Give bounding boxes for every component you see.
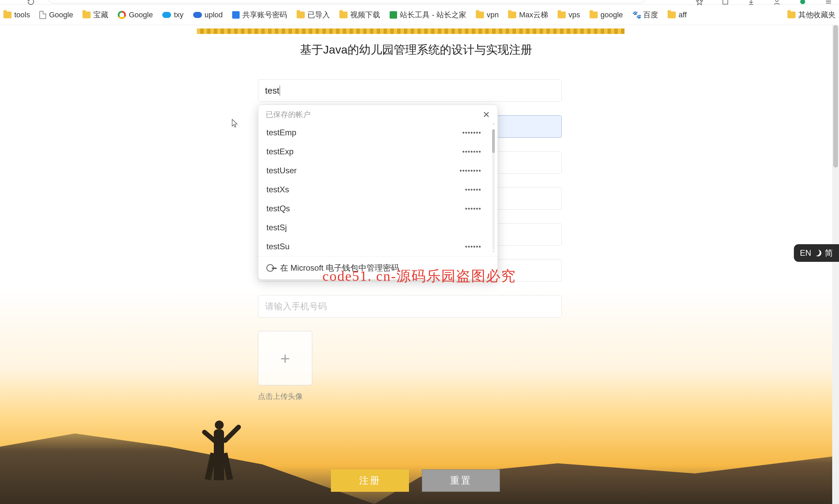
close-icon[interactable]: ✕ [483,110,490,119]
avatar-upload-hint: 点击上传头像 [258,391,562,401]
key-icon [232,11,240,19]
form-buttons: 注册 重置 [331,469,500,492]
bookmark-other[interactable]: 其他收藏夹 [787,10,836,20]
dropdown-body: testEmp••••••• testExp••••••• testUser••… [258,123,497,256]
manage-passwords-link[interactable]: 在 Microsoft 电子钱包中管理密码 [258,256,497,280]
cloud-icon [193,12,202,18]
bookmark-txy[interactable]: txy [162,11,183,19]
reset-button[interactable]: 重置 [422,469,500,492]
account-password-mask: •••••••• [459,167,481,175]
bookmark-uplod[interactable]: uplod [193,11,223,19]
address-bar[interactable] [48,0,646,3]
bookmark-label: Google [49,11,73,19]
bookmark-label: vpn [487,11,499,19]
bookmark-video-dl[interactable]: 视频下载 [339,10,380,20]
account-username: testExp [266,147,294,156]
bookmark-label: Max云梯 [519,10,548,20]
decorative-ribbon [197,29,625,34]
scroll-thumb[interactable] [492,129,495,153]
bookmark-google-page[interactable]: Google [39,11,73,19]
dropdown-title: 已保存的帐户 [266,110,311,120]
bookmark-baozang[interactable]: 宝藏 [83,10,108,20]
folder-icon [508,12,516,18]
svg-marker-0 [697,0,702,5]
ime-lang: EN [800,248,811,258]
bookmark-google-folder[interactable]: google [590,11,623,19]
bookmark-aff[interactable]: aff [668,11,687,19]
dropdown-header: 已保存的帐户 ✕ [258,105,497,123]
folder-icon [297,12,305,18]
browser-chrome-strip [0,0,839,5]
page-title: 基于Java的幼儿园管理系统的设计与实现注册 [0,42,832,58]
folder-icon [3,12,12,18]
avatar-upload[interactable]: ＋ [258,331,312,385]
saved-account-item[interactable]: testUser•••••••• [258,161,489,180]
saved-account-item[interactable]: testSu•••••• [258,237,489,256]
saved-account-item[interactable]: testSj [258,218,489,237]
account-username: testSu [266,242,290,251]
phone-field[interactable] [258,295,562,318]
bookmark-label: aff [679,11,687,19]
account-password-mask: •••••• [465,186,481,194]
ime-mode: 简 [825,248,833,258]
account-username: testUser [266,166,297,175]
account-password-mask: ••••••• [462,148,481,156]
phone-input[interactable] [265,301,555,312]
bookmark-label: 共享账号密码 [242,10,287,20]
bookmark-label: vps [569,11,580,19]
folder-icon [476,12,484,18]
folder-icon [83,12,91,18]
bookmark-label: 百度 [643,10,658,20]
saved-accounts-dropdown: 已保存的帐户 ✕ testEmp••••••• testExp••••••• t… [258,105,498,280]
username-value: test [265,86,279,96]
bookmark-zhanzhang[interactable]: 站长工具 - 站长之家 [390,10,466,20]
bookmark-label: google [600,11,623,19]
page-viewport: 基于Java的幼儿园管理系统的设计与实现注册 test ＋ 点击上传头像 已有账… [0,25,832,504]
background-silhouette [190,378,251,480]
bookmark-baidu[interactable]: 🐾百度 [632,10,658,20]
text-caret [280,86,280,96]
bookmark-label: 已导入 [308,10,330,20]
account-username: testSj [266,223,287,232]
saved-account-item[interactable]: testExp••••••• [258,142,489,161]
moon-icon [815,250,821,256]
folder-icon [787,12,796,18]
bookmark-label: uplod [205,11,223,19]
scroll-up-icon[interactable]: ˄ [491,123,496,128]
ime-indicator[interactable]: EN 简 [794,244,839,262]
dropdown-scrollbar[interactable]: ˄ ˅ [491,123,496,256]
folder-icon [668,12,676,18]
bookmark-tools[interactable]: tools [3,11,30,19]
account-username: testQs [266,204,290,213]
svg-rect-1 [723,0,728,4]
bookmark-google[interactable]: Google [118,11,153,19]
saved-account-item[interactable]: testQs•••••• [258,199,489,218]
scroll-down-icon[interactable]: ˅ [491,251,496,256]
svg-point-3 [800,0,805,4]
bookmark-label: Google [129,11,153,19]
site-icon [390,11,397,19]
bookmark-vps[interactable]: vps [558,11,580,19]
bookmark-label: txy [174,11,183,19]
page-icon [39,11,46,19]
plus-icon: ＋ [277,348,293,369]
page-scrollbar[interactable] [832,25,839,504]
username-field[interactable]: test [258,79,562,102]
account-password-mask: •••••• [465,205,481,213]
scrollbar-thumb[interactable] [833,25,838,167]
cloud-icon [162,12,171,18]
bookmark-maxyunti[interactable]: Max云梯 [508,10,548,20]
bookmark-vpn[interactable]: vpn [476,11,499,19]
bookmark-label: 视频下载 [350,10,380,20]
dropdown-list: testEmp••••••• testExp••••••• testUser••… [258,123,497,256]
bookmark-shared-pwd[interactable]: 共享账号密码 [232,10,287,20]
saved-account-item[interactable]: testEmp••••••• [258,123,489,142]
bookmark-label: tools [14,11,30,19]
google-icon [118,11,126,19]
register-button[interactable]: 注册 [331,469,409,492]
bookmark-label: 站长工具 - 站长之家 [400,10,466,20]
key-icon [266,264,274,272]
svg-point-2 [775,0,778,2]
bookmark-imported[interactable]: 已导入 [297,10,330,20]
saved-account-item[interactable]: testXs•••••• [258,180,489,199]
